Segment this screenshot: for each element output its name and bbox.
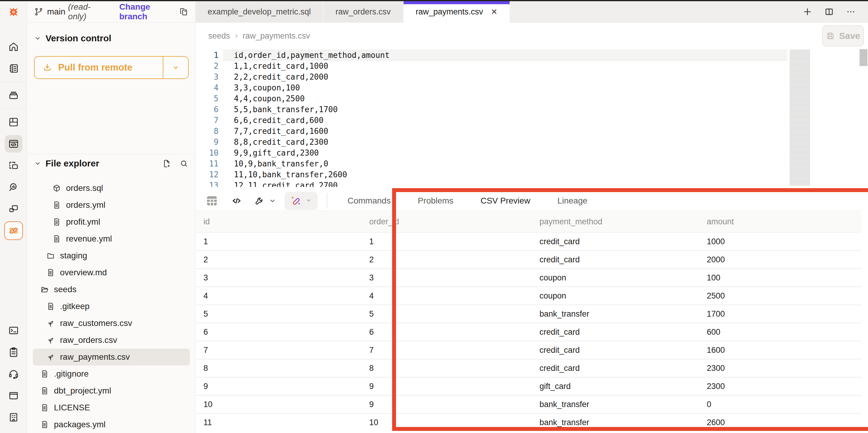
windows-icon xyxy=(7,203,20,215)
sidebar-item-organization[interactable] xyxy=(0,406,27,428)
code-line[interactable]: id,order_id,payment_method,amount xyxy=(223,50,787,61)
code-line[interactable]: 9,9,gift_card,2300 xyxy=(223,147,787,158)
line-number: 6 xyxy=(195,104,218,115)
code-line[interactable]: 1,1,credit_card,1000 xyxy=(223,61,787,71)
terminal-icon xyxy=(7,324,20,337)
more-options-icon[interactable] xyxy=(846,7,856,17)
code-line[interactable]: 3,3,coupon,100 xyxy=(223,82,787,93)
file-name: profit.yml xyxy=(66,217,100,227)
file-row-overview.md[interactable]: overview.md xyxy=(33,264,190,281)
code-line[interactable]: 10,9,bank_transfer,0 xyxy=(223,158,787,169)
code-line[interactable]: 7,7,credit_card,1600 xyxy=(223,126,787,137)
save-label: Save xyxy=(839,31,860,41)
file-row-raw_payments.csv[interactable]: raw_payments.csv xyxy=(33,349,190,366)
search-icon[interactable] xyxy=(179,159,189,168)
editor-tab-example_develop_metric.sql[interactable]: example_develop_metric.sql xyxy=(195,1,323,22)
tab-strip-actions xyxy=(802,1,868,22)
build-tools-caret[interactable] xyxy=(269,197,276,204)
sidebar-item-dashboard[interactable] xyxy=(0,111,27,133)
sidebar-item-ide[interactable] xyxy=(0,133,27,155)
line-number: 11 xyxy=(195,158,218,169)
sidebar-item-fusion[interactable] xyxy=(0,220,27,241)
minimap[interactable] xyxy=(789,50,810,186)
dashboard-icon xyxy=(7,116,20,128)
pull-from-remote-button[interactable]: Pull from remote xyxy=(34,56,189,79)
sidebar-item-windows[interactable] xyxy=(0,198,27,220)
table-cell: 2300 xyxy=(699,382,862,391)
split-editor-icon[interactable] xyxy=(824,7,834,17)
file-row-orders.sql[interactable]: orders.sql xyxy=(33,180,190,197)
file-explorer-header[interactable]: File explorer xyxy=(27,156,195,171)
csv-preview-panel: CommandsProblemsCSV PreviewLineage idord… xyxy=(196,187,862,431)
code-line[interactable]: 2,2,credit_card,2000 xyxy=(223,71,787,82)
table-cell: credit_card xyxy=(532,237,699,247)
file-row-LICENSE[interactable]: LICENSE xyxy=(33,399,190,416)
panel-tab-problems[interactable]: Problems xyxy=(404,191,467,210)
save-button[interactable]: Save xyxy=(822,25,864,47)
table-cell: 3 xyxy=(196,273,362,283)
file-row-staging[interactable]: staging xyxy=(33,247,190,264)
version-control-header[interactable]: Version control xyxy=(27,31,195,46)
editor-tab-raw_orders.csv[interactable]: raw_orders.csv xyxy=(323,1,403,22)
table-cell: coupon xyxy=(532,291,699,300)
sidebar-item-query[interactable] xyxy=(0,176,27,198)
file-row-.gitignore[interactable]: .gitignore xyxy=(33,366,190,382)
sidebar-item-docs[interactable] xyxy=(0,58,27,79)
close-tab-icon[interactable]: ✕ xyxy=(491,7,498,17)
ai-fix-button[interactable] xyxy=(284,192,318,210)
preview-table-rows: 11credit_card100022credit_card200033coup… xyxy=(196,233,862,431)
panel-tab-commands[interactable]: Commands xyxy=(334,191,404,210)
code-line[interactable]: 5,5,bank_transfer,1700 xyxy=(223,104,787,115)
code-view-button[interactable] xyxy=(231,195,242,206)
new-tab-icon[interactable] xyxy=(802,7,812,17)
editor-tab-raw_payments.csv[interactable]: raw_payments.csv✕ xyxy=(403,1,509,23)
file-row-orders.yml[interactable]: orders.yml xyxy=(33,197,190,213)
pull-from-remote-main[interactable]: Pull from remote xyxy=(35,57,163,78)
sidebar-item-home[interactable] xyxy=(0,36,27,58)
table-cell: 7 xyxy=(196,346,362,355)
new-file-icon[interactable] xyxy=(162,159,172,168)
code-lines[interactable]: id,order_id,payment_method,amount1,1,cre… xyxy=(223,50,787,189)
file-row-.gitkeep[interactable]: .gitkeep xyxy=(33,298,190,315)
file-name: packages.yml xyxy=(54,420,105,429)
pull-options-caret[interactable] xyxy=(163,57,188,78)
file-row-packages.yml[interactable]: packages.yml xyxy=(33,416,190,433)
file-row-seeds[interactable]: seeds xyxy=(33,281,190,298)
breadcrumb-folder[interactable]: seeds xyxy=(208,31,230,41)
change-branch-link[interactable]: Change branch xyxy=(119,2,179,21)
sidebar-item-browser[interactable] xyxy=(0,385,27,406)
copy-branch-button[interactable] xyxy=(179,7,189,17)
code-line[interactable]: 6,6,credit_card,600 xyxy=(223,115,787,126)
table-cell: 9 xyxy=(362,400,532,409)
table-cell: 5 xyxy=(196,309,362,319)
chevron-down-icon xyxy=(172,64,180,71)
code-line[interactable]: 4,4,coupon,2500 xyxy=(223,93,787,104)
sidebar-item-clipboard[interactable] xyxy=(0,341,27,363)
panel-tab-lineage[interactable]: Lineage xyxy=(544,191,601,210)
sidebar-item-terminal[interactable] xyxy=(0,320,27,341)
dbt-logo xyxy=(0,1,27,23)
activity-bar-divider xyxy=(0,109,27,109)
code-line[interactable]: 8,8,credit_card,2300 xyxy=(223,137,787,147)
code-editor[interactable]: 12345678910111213 id,order_id,payment_me… xyxy=(195,49,868,189)
editor-tab-strip: example_develop_metric.sqlraw_orders.csv… xyxy=(195,1,868,23)
file-row-profit.yml[interactable]: profit.yml xyxy=(33,213,190,230)
sidebar-item-canvas[interactable] xyxy=(0,155,27,176)
sidebar-item-support[interactable] xyxy=(0,363,27,385)
file-row-dbt_project.yml[interactable]: dbt_project.yml xyxy=(33,382,190,399)
build-tools-button[interactable] xyxy=(254,195,265,206)
document-icon xyxy=(40,369,49,378)
document-icon xyxy=(46,302,55,311)
panel-tab-csv-preview[interactable]: CSV Preview xyxy=(467,191,544,210)
table-preview-button[interactable] xyxy=(205,194,219,208)
sidebar-item-inbox[interactable] xyxy=(0,84,27,106)
editor-scrollbar[interactable] xyxy=(860,49,867,66)
file-row-revenue.yml[interactable]: revenue.yml xyxy=(33,230,190,247)
table-cell: 8 xyxy=(362,364,532,373)
file-row-raw_orders.csv[interactable]: raw_orders.csv xyxy=(33,332,190,349)
file-row-raw_customers.csv[interactable]: raw_customers.csv xyxy=(33,315,190,332)
document-icon xyxy=(52,218,61,227)
code-line[interactable]: 11,10,bank_transfer,2600 xyxy=(223,169,787,180)
panel-divider xyxy=(27,154,195,154)
table-cell: bank_transfer xyxy=(532,418,699,427)
